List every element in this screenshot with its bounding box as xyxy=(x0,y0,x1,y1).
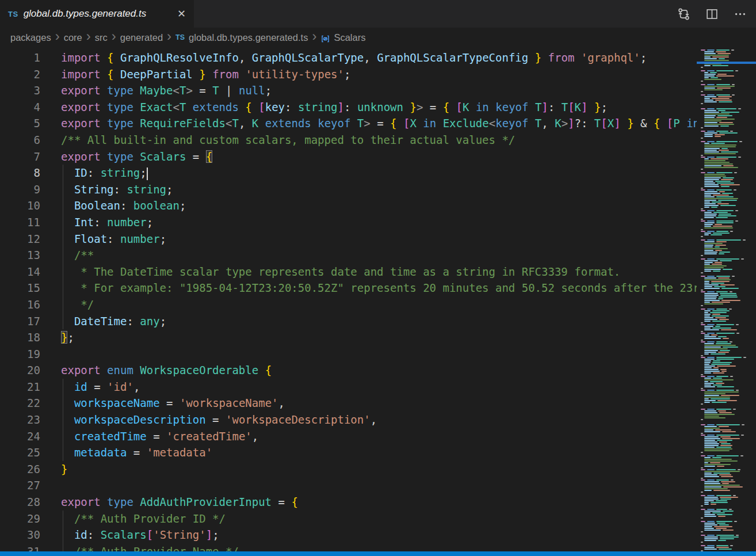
indent-guide xyxy=(63,444,63,461)
code-line[interactable]: 9 String: string; xyxy=(0,181,698,198)
line-number: 4 xyxy=(0,99,40,116)
gutter-gap xyxy=(40,346,61,363)
gutter-gap xyxy=(40,329,61,346)
code-line[interactable]: 2import { DeepPartial } from 'utility-ty… xyxy=(0,66,698,83)
code-line[interactable]: 12 Float: number; xyxy=(0,231,698,247)
breadcrumb-item[interactable]: generated xyxy=(120,32,163,43)
line-number: 22 xyxy=(0,395,40,412)
split-editor-icon[interactable] xyxy=(705,7,719,21)
line-number: 12 xyxy=(0,231,40,247)
code-line[interactable]: 27 xyxy=(0,477,698,494)
indent-guide xyxy=(63,511,63,527)
gutter-gap xyxy=(40,511,61,527)
code-text: } xyxy=(61,461,67,478)
vscode-window: TS global.db.types.generated.ts ✕ xyxy=(0,0,756,556)
line-number: 3 xyxy=(0,82,40,99)
code-text: export type Exact<T extends { [key: stri… xyxy=(61,99,608,116)
open-changes-icon[interactable] xyxy=(677,7,690,21)
indent-guide xyxy=(63,197,63,214)
line-number: 21 xyxy=(0,379,40,395)
code-line[interactable]: 22 workspaceName = 'workspaceName', xyxy=(0,395,698,412)
gutter-gap xyxy=(40,82,61,99)
indent-guide xyxy=(63,395,63,412)
code-text: DateTime: any; xyxy=(61,313,166,330)
code-line[interactable]: 14 * The DateTime scalar type represents… xyxy=(0,264,698,280)
code-text: id = 'id', xyxy=(61,379,140,395)
line-number: 18 xyxy=(0,329,40,346)
code-line[interactable]: 21 id = 'id', xyxy=(0,379,698,395)
editor-tab[interactable]: TS global.db.types.generated.ts ✕ xyxy=(0,0,194,28)
code-text: import { GraphQLResolveInfo, GraphQLScal… xyxy=(61,49,647,66)
code-text: Float: number; xyxy=(61,231,166,247)
gutter-gap xyxy=(40,231,61,247)
chevron-right-icon: › xyxy=(112,32,116,41)
code-line[interactable]: 18}; xyxy=(0,329,698,346)
code-line[interactable]: 15 * For example: "1985-04-12T23:20:50.5… xyxy=(0,280,698,296)
indent-guide xyxy=(63,214,63,231)
minimap-current-line xyxy=(697,62,756,64)
code-line[interactable]: 8 ID: string; xyxy=(0,165,698,181)
code-line[interactable]: 25 metadata = 'metadata' xyxy=(0,444,698,461)
breadcrumb-file[interactable]: global.db.types.generated.ts xyxy=(189,32,308,43)
gutter-gap xyxy=(40,543,61,551)
code-text: export type Scalars = { xyxy=(61,148,212,165)
breadcrumb-item[interactable]: packages xyxy=(10,32,51,43)
indent-guide xyxy=(63,527,63,543)
code-line[interactable]: 7export type Scalars = { xyxy=(0,148,698,165)
line-number: 10 xyxy=(0,197,40,214)
line-number: 2 xyxy=(0,66,40,83)
close-tab-icon[interactable]: ✕ xyxy=(175,7,188,20)
gutter-gap xyxy=(40,494,61,511)
line-number: 23 xyxy=(0,412,40,428)
breadcrumb-symbol[interactable]: Scalars xyxy=(334,32,365,43)
breadcrumb: packages›core›src›generated›TSglobal.db.… xyxy=(0,28,756,47)
gutter-gap xyxy=(40,477,61,494)
code-line[interactable]: 24 createdTime = 'createdTime', xyxy=(0,428,698,445)
indent-guide xyxy=(63,313,63,330)
code-text: * For example: "1985-04-12T23:20:50.52Z"… xyxy=(61,280,698,296)
line-number: 27 xyxy=(0,477,40,494)
gutter-gap xyxy=(40,99,61,116)
tab-bar: TS global.db.types.generated.ts ✕ xyxy=(0,0,756,28)
code-line[interactable]: 19 xyxy=(0,346,698,363)
code-line[interactable]: 1import { GraphQLResolveInfo, GraphQLSca… xyxy=(0,49,698,66)
code-line[interactable]: 26} xyxy=(0,461,698,478)
code-text: export type Maybe<T> = T | null; xyxy=(61,82,272,99)
code-line[interactable]: 10 Boolean: boolean; xyxy=(0,197,698,214)
breadcrumb-item[interactable]: src xyxy=(95,32,108,43)
code-line[interactable]: 16 */ xyxy=(0,296,698,313)
code-line[interactable]: 17 DateTime: any; xyxy=(0,313,698,330)
code-line[interactable]: 23 workspaceDescription = 'workspaceDesc… xyxy=(0,412,698,428)
breadcrumb-item[interactable]: core xyxy=(64,32,82,43)
code-line[interactable]: 5export type RequireFields<T, K extends … xyxy=(0,115,698,132)
more-actions-icon[interactable] xyxy=(734,7,747,21)
code-line[interactable]: 3export type Maybe<T> = T | null; xyxy=(0,82,698,99)
code-text: Int: number; xyxy=(61,214,153,231)
code-line[interactable]: 29 /** Auth Provider ID */ xyxy=(0,511,698,527)
code-line[interactable]: 6/** All built-in and custom scalars, ma… xyxy=(0,132,698,148)
code-text: export type RequireFields<T, K extends k… xyxy=(61,115,698,132)
line-number: 6 xyxy=(0,132,40,148)
indent-guide xyxy=(63,264,63,280)
code-text: ID: string; xyxy=(61,165,148,181)
gutter-gap xyxy=(40,115,61,132)
code-line[interactable]: 4export type Exact<T extends { [key: str… xyxy=(0,99,698,116)
indent-guide xyxy=(63,379,63,395)
code-text: export enum WorkspaceOrderable { xyxy=(61,362,272,379)
code-text: workspaceDescription = 'workspaceDescrip… xyxy=(61,412,377,428)
gutter-gap xyxy=(40,66,61,83)
code-line[interactable]: 28export type AddAuthProviderInput = { xyxy=(0,494,698,511)
minimap[interactable] xyxy=(697,47,756,551)
code-text: createdTime = 'createdTime', xyxy=(61,428,258,445)
code-line[interactable]: 13 /** xyxy=(0,247,698,264)
code-text: String: string; xyxy=(61,181,173,198)
gutter-gap xyxy=(40,247,61,264)
code-line[interactable]: 30 id: Scalars['String']; xyxy=(0,527,698,543)
code-line[interactable]: 20export enum WorkspaceOrderable { xyxy=(0,362,698,379)
code-line[interactable]: 11 Int: number; xyxy=(0,214,698,231)
gutter-gap xyxy=(40,461,61,478)
gutter-gap xyxy=(40,214,61,231)
gutter-gap xyxy=(40,181,61,198)
code-line[interactable]: 31 /** Auth Provider Name */ xyxy=(0,543,698,551)
line-number: 11 xyxy=(0,214,40,231)
